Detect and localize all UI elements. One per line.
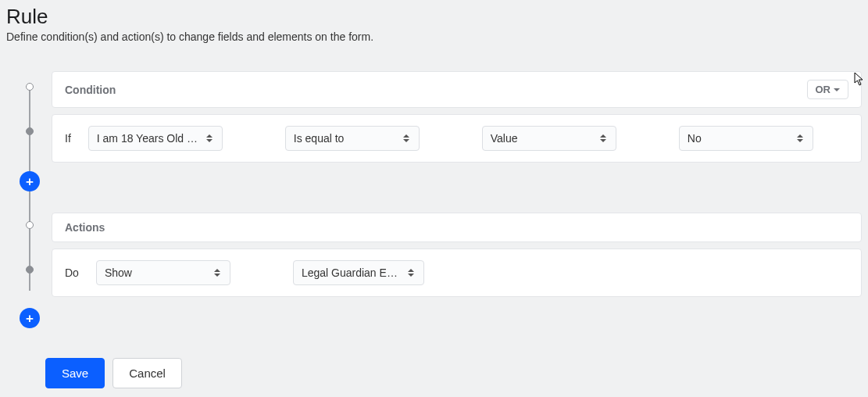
stepper-icon: [797, 134, 805, 142]
condition-section-header: Condition OR: [52, 71, 862, 108]
select-value: Show: [105, 266, 206, 279]
condition-operator-select[interactable]: Is equal to: [285, 126, 420, 151]
timeline-dot: [26, 221, 34, 229]
or-label: OR: [816, 84, 831, 95]
add-condition-button[interactable]: +: [20, 171, 40, 191]
timeline-dot: [26, 266, 34, 274]
stepper-icon: [206, 134, 214, 142]
actions-section-header: Actions: [52, 213, 862, 242]
action-row: Do Show Legal Guardian Em…: [52, 249, 862, 297]
plus-icon: +: [26, 175, 34, 188]
page-subtitle: Define condition(s) and action(s) to cha…: [6, 30, 862, 43]
timeline-dot: [26, 83, 34, 91]
condition-value-type-select[interactable]: Value: [482, 126, 616, 151]
stepper-icon: [600, 134, 608, 142]
stepper-icon: [403, 134, 411, 142]
stepper-icon: [408, 269, 416, 277]
action-type-select[interactable]: Show: [96, 260, 230, 285]
select-value: Legal Guardian Em…: [302, 266, 400, 279]
condition-field-select[interactable]: I am 18 Years Old o…: [88, 126, 223, 151]
or-dropdown-button[interactable]: OR: [807, 80, 849, 99]
save-button[interactable]: Save: [45, 358, 105, 388]
footer-actions: Save Cancel: [6, 358, 862, 388]
stepper-icon: [214, 269, 222, 277]
add-action-button[interactable]: +: [20, 308, 40, 328]
select-value: Value: [491, 132, 592, 145]
timeline-dot: [26, 127, 34, 135]
cancel-button[interactable]: Cancel: [113, 358, 182, 388]
condition-value-select[interactable]: No: [679, 126, 813, 151]
page-title: Rule: [6, 5, 862, 29]
select-value: No: [688, 132, 789, 145]
select-value: I am 18 Years Old o…: [97, 132, 198, 145]
rule-timeline: + +: [6, 71, 52, 297]
condition-section-label: Condition: [65, 84, 116, 96]
plus-icon: +: [26, 312, 34, 325]
select-value: Is equal to: [294, 132, 395, 145]
if-label: If: [65, 132, 71, 145]
action-target-select[interactable]: Legal Guardian Em…: [293, 260, 424, 285]
caret-down-icon: [834, 88, 840, 91]
condition-row: If I am 18 Years Old o… Is equal to Valu…: [52, 114, 862, 163]
do-label: Do: [65, 266, 79, 279]
actions-section-label: Actions: [65, 221, 105, 234]
